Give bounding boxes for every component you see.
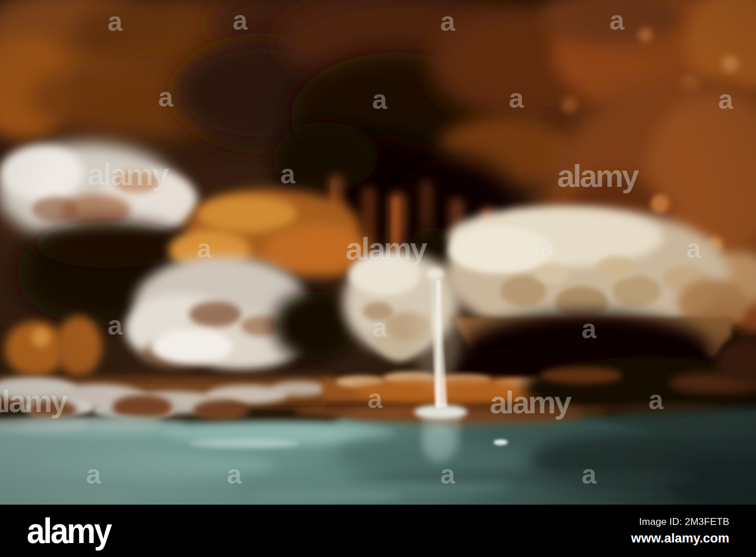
alamy-logo: alamy [27, 513, 110, 548]
footer-info: Image ID: 2M3FETB www.alamy.com [631, 516, 729, 546]
cave-hot-spring-photo [0, 0, 756, 505]
image-id-text: Image ID: 2M3FETB [631, 516, 729, 528]
footer-bar: alamy Image ID: 2M3FETB www.alamy.com [0, 505, 756, 557]
stock-photo-page: { "photo": { "alt": "Cave interior with … [0, 0, 756, 557]
cave-painting [0, 0, 756, 505]
vignette [0, 0, 756, 505]
website-url-text: www.alamy.com [631, 531, 729, 546]
